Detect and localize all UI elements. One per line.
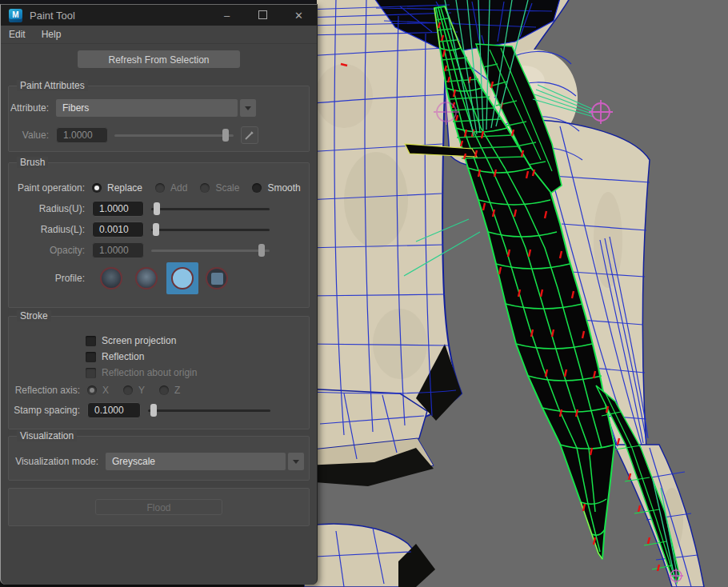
reflection-about-origin-label: Reflection about origin xyxy=(102,367,197,378)
paint-operation-label: Paint operation: xyxy=(9,182,92,194)
profile-gaussian-brush[interactable] xyxy=(100,267,122,290)
attribute-dropdown-arrow-icon[interactable] xyxy=(240,99,256,117)
minimize-button[interactable]: – xyxy=(209,10,245,22)
value-slider[interactable] xyxy=(114,129,234,142)
brush-section: Brush Paint operation: Replace Add Scale… xyxy=(8,162,310,308)
visualization-mode-dropdown[interactable]: Greyscale xyxy=(106,453,286,470)
radius-u-field[interactable]: 1.0000 xyxy=(92,201,144,217)
stroke-title: Stroke xyxy=(17,310,51,321)
reflection-about-origin-checkbox xyxy=(86,368,96,378)
stroke-section: Stroke Screen projection Reflection Refl… xyxy=(8,316,310,429)
radius-u-label: Radius(U): xyxy=(9,203,92,214)
radius-l-field[interactable]: 0.0010 xyxy=(92,222,144,238)
profile-soft-brush[interactable] xyxy=(135,267,158,290)
radio-axis-z xyxy=(159,385,169,395)
stamp-spacing-label: Stamp spacing: xyxy=(9,405,87,416)
radio-smooth-label: Smooth xyxy=(267,182,300,194)
close-button[interactable]: ✕ xyxy=(281,10,317,22)
paint-tool-window: M Paint Tool – ✕ Edit Help Refresh From … xyxy=(0,4,318,585)
reflection-checkbox[interactable] xyxy=(86,352,96,362)
radius-l-label: Radius(L): xyxy=(9,224,92,235)
radio-axis-x xyxy=(87,385,97,395)
screen-projection-label: Screen projection xyxy=(102,335,176,346)
radio-axis-x-label: X xyxy=(102,385,109,396)
opacity-label: Opacity: xyxy=(9,245,92,256)
opacity-field: 1.0000 xyxy=(92,242,144,258)
refresh-from-selection-button[interactable]: Refresh From Selection xyxy=(78,50,240,68)
radius-u-slider[interactable] xyxy=(151,202,270,215)
profile-label: Profile: xyxy=(9,273,92,284)
radio-axis-z-label: Z xyxy=(174,385,180,396)
radius-l-slider[interactable] xyxy=(151,223,270,236)
maximize-icon xyxy=(258,10,267,19)
value-label: Value: xyxy=(9,130,56,141)
reflection-axis-label: Reflection axis: xyxy=(9,385,87,396)
radio-add-label: Add xyxy=(170,182,187,194)
visualization-mode-dropdown-arrow-icon[interactable] xyxy=(288,453,304,470)
attribute-dropdown[interactable]: Fibers xyxy=(56,99,238,117)
brush-title: Brush xyxy=(17,157,48,168)
visualization-title: Visualization xyxy=(17,430,77,441)
flood-button[interactable]: Flood xyxy=(95,499,222,515)
paint-attributes-section: Paint Attributes Attribute: Fibers Value… xyxy=(8,86,310,152)
value-field[interactable]: 1.0000 xyxy=(56,127,108,143)
radio-replace[interactable] xyxy=(92,183,102,193)
profile-solid-brush-selected[interactable] xyxy=(166,262,198,294)
radio-scale xyxy=(200,183,210,193)
attribute-label: Attribute: xyxy=(9,102,56,114)
titlebar[interactable]: M Paint Tool – ✕ xyxy=(1,5,317,26)
value-eyedropper-button[interactable] xyxy=(241,126,258,144)
menu-help[interactable]: Help xyxy=(34,29,70,40)
radio-axis-y xyxy=(123,385,133,395)
visualization-mode-label: Visualization mode: xyxy=(9,456,106,467)
menubar: Edit Help xyxy=(1,26,317,44)
radio-scale-label: Scale xyxy=(215,182,239,194)
profile-square-brush[interactable] xyxy=(206,267,228,290)
radio-add xyxy=(155,183,165,193)
reflection-label: Reflection xyxy=(102,351,144,362)
paint-attributes-title: Paint Attributes xyxy=(17,80,88,91)
maya-logo-icon: M xyxy=(9,9,22,22)
eyedropper-icon xyxy=(244,130,255,141)
stamp-spacing-slider[interactable] xyxy=(148,404,270,417)
window-title: Paint Tool xyxy=(30,10,75,22)
radio-smooth[interactable] xyxy=(252,183,262,193)
stamp-spacing-field[interactable]: 0.1000 xyxy=(87,402,141,418)
visualization-section: Visualization Visualization mode: Greysc… xyxy=(8,436,310,481)
menu-edit[interactable]: Edit xyxy=(1,29,34,40)
radio-axis-y-label: Y xyxy=(138,385,145,396)
opacity-slider xyxy=(151,244,270,257)
maximize-button[interactable] xyxy=(245,10,281,22)
flood-section: Flood xyxy=(8,488,310,526)
radio-replace-label: Replace xyxy=(107,182,142,194)
screen-projection-checkbox[interactable] xyxy=(86,336,96,346)
